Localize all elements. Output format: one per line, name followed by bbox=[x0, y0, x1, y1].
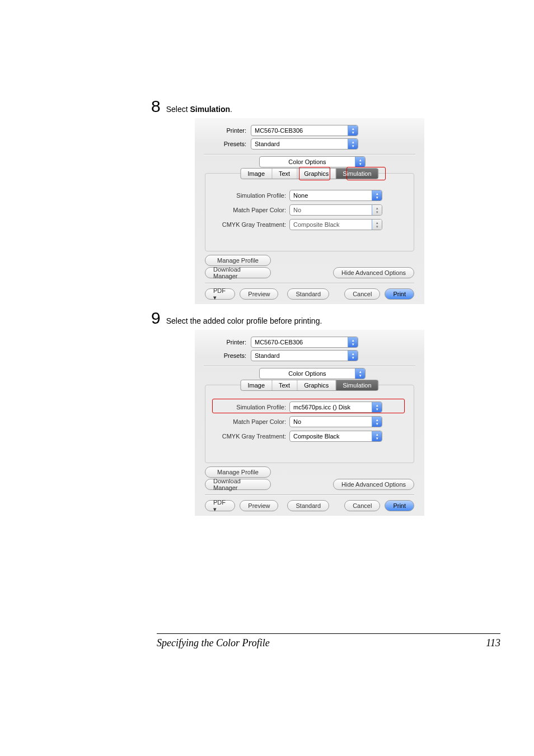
cancel-button[interactable]: Cancel bbox=[344, 500, 380, 511]
standard-button[interactable]: Standard bbox=[287, 288, 329, 300]
printer-popup[interactable]: MC5670-CEB306 ▴▾ bbox=[251, 125, 358, 136]
popup-arrow-icon: ▴▾ bbox=[372, 220, 382, 230]
match-paper-popup[interactable]: No ▴▾ bbox=[289, 416, 382, 427]
sim-profile-label: Simulation Profile: bbox=[211, 404, 289, 410]
popup-arrow-icon: ▴▾ bbox=[348, 351, 358, 361]
popup-arrow-icon: ▴▾ bbox=[372, 431, 382, 441]
section-popup[interactable]: Color Options ▴▾ bbox=[259, 156, 366, 167]
manage-profile-button[interactable]: Manage Profile bbox=[205, 466, 271, 478]
sim-profile-popup[interactable]: None ▴▾ bbox=[289, 190, 382, 201]
step-number: 8 bbox=[151, 97, 161, 116]
options-well: Image Text Graphics Simulation Simulatio… bbox=[205, 385, 414, 463]
tab-simulation[interactable]: Simulation bbox=[336, 380, 378, 390]
sim-profile-label: Simulation Profile: bbox=[211, 192, 289, 199]
tab-image[interactable]: Image bbox=[241, 380, 272, 390]
step-text-post: . bbox=[230, 105, 232, 114]
step-text-pre: Select bbox=[166, 105, 190, 114]
match-paper-label: Match Paper Color: bbox=[211, 418, 289, 425]
sim-profile-value: None bbox=[290, 192, 372, 199]
footer-rule bbox=[157, 633, 500, 634]
match-paper-popup[interactable]: No ▴▾ bbox=[289, 204, 382, 216]
cmyk-value: Composite Black bbox=[290, 433, 372, 440]
match-paper-value: No bbox=[290, 418, 372, 425]
section-value: Color Options bbox=[260, 158, 355, 165]
print-button[interactable]: Print bbox=[385, 500, 414, 511]
standard-button[interactable]: Standard bbox=[287, 500, 329, 511]
tabs: Image Text Graphics Simulation bbox=[240, 168, 378, 179]
hide-advanced-button[interactable]: Hide Advanced Options bbox=[333, 479, 414, 490]
popup-arrow-icon: ▴▾ bbox=[348, 139, 358, 149]
tab-text[interactable]: Text bbox=[272, 380, 297, 390]
print-button[interactable]: Print bbox=[385, 288, 414, 300]
step-text-bold: Simulation bbox=[190, 105, 231, 114]
print-dialog-1: Printer: MC5670-CEB306 ▴▾ Presets: Stand… bbox=[195, 118, 424, 304]
cmyk-label: CMYK Gray Treatment: bbox=[211, 221, 289, 228]
printer-value: MC5670-CEB306 bbox=[251, 127, 348, 134]
printer-value: MC5670-CEB306 bbox=[251, 339, 348, 346]
print-dialog-2: Printer: MC5670-CEB306 ▴▾ Presets: Stand… bbox=[195, 330, 424, 516]
presets-label: Presets: bbox=[195, 141, 251, 147]
step-text: Select Simulation. bbox=[166, 105, 232, 114]
preview-button[interactable]: Preview bbox=[240, 288, 278, 300]
cmyk-label: CMYK Gray Treatment: bbox=[211, 433, 289, 440]
presets-value: Standard bbox=[251, 141, 348, 147]
step-number: 9 bbox=[151, 309, 161, 328]
cancel-button[interactable]: Cancel bbox=[344, 288, 380, 300]
presets-popup[interactable]: Standard ▴▾ bbox=[251, 138, 358, 150]
tab-graphics[interactable]: Graphics bbox=[297, 380, 336, 390]
preview-button[interactable]: Preview bbox=[240, 500, 278, 511]
tab-image[interactable]: Image bbox=[241, 169, 272, 179]
match-paper-label: Match Paper Color: bbox=[211, 207, 289, 213]
section-value: Color Options bbox=[260, 370, 355, 377]
printer-popup[interactable]: MC5670-CEB306 ▴▾ bbox=[251, 337, 358, 348]
options-well: Image Text Graphics Simulation Simulatio… bbox=[205, 173, 414, 251]
popup-arrow-icon: ▴▾ bbox=[348, 125, 358, 136]
pdf-menu-button[interactable]: PDF ▾ bbox=[205, 288, 235, 300]
tab-simulation[interactable]: Simulation bbox=[336, 169, 378, 179]
cmyk-value: Composite Black bbox=[290, 221, 372, 228]
cmyk-popup[interactable]: Composite Black ▴▾ bbox=[289, 431, 382, 442]
manage-profile-button[interactable]: Manage Profile bbox=[205, 255, 271, 266]
section-popup[interactable]: Color Options ▴▾ bbox=[259, 368, 366, 379]
download-manager-button[interactable]: Download Manager bbox=[205, 267, 271, 278]
popup-arrow-icon: ▴▾ bbox=[348, 337, 358, 347]
tab-graphics[interactable]: Graphics bbox=[297, 169, 336, 179]
printer-label: Printer: bbox=[195, 339, 251, 346]
presets-label: Presets: bbox=[195, 352, 251, 359]
page-footer: Specifying the Color Profile 113 bbox=[157, 633, 500, 649]
pdf-menu-button[interactable]: PDF ▾ bbox=[205, 500, 235, 511]
tabs: Image Text Graphics Simulation bbox=[240, 380, 378, 391]
step-8: 8 Select Simulation. bbox=[151, 97, 500, 116]
presets-popup[interactable]: Standard ▴▾ bbox=[251, 350, 358, 361]
popup-arrow-icon: ▴▾ bbox=[355, 157, 365, 167]
popup-arrow-icon: ▴▾ bbox=[372, 402, 382, 412]
popup-arrow-icon: ▴▾ bbox=[372, 190, 382, 200]
download-manager-button[interactable]: Download Manager bbox=[205, 479, 271, 490]
sim-profile-value: mc5670ps.icc () Disk bbox=[290, 404, 372, 410]
step-9: 9 Select the added color profile before … bbox=[151, 309, 500, 328]
presets-value: Standard bbox=[251, 352, 348, 359]
cmyk-popup[interactable]: Composite Black ▴▾ bbox=[289, 219, 382, 230]
match-paper-value: No bbox=[290, 207, 372, 213]
sim-profile-popup[interactable]: mc5670ps.icc () Disk ▴▾ bbox=[289, 402, 382, 413]
printer-label: Printer: bbox=[195, 127, 251, 134]
footer-title: Specifying the Color Profile bbox=[157, 637, 270, 649]
popup-arrow-icon: ▴▾ bbox=[372, 205, 382, 215]
hide-advanced-button[interactable]: Hide Advanced Options bbox=[333, 267, 414, 278]
tab-text[interactable]: Text bbox=[272, 169, 297, 179]
popup-arrow-icon: ▴▾ bbox=[355, 368, 365, 379]
footer-page-number: 113 bbox=[486, 637, 500, 649]
popup-arrow-icon: ▴▾ bbox=[372, 417, 382, 427]
step-text: Select the added color profile before pr… bbox=[166, 316, 322, 325]
